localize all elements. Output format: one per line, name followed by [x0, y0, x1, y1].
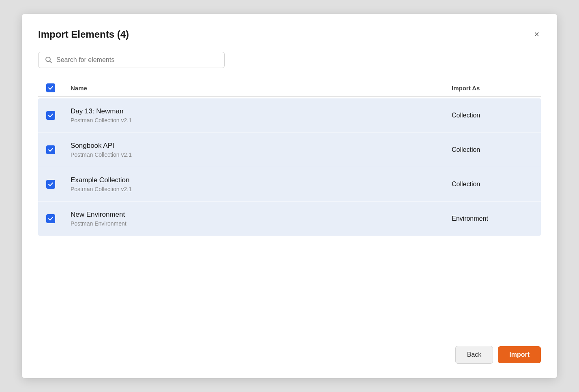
table-row: Example Collection Postman Collection v2…	[38, 167, 541, 202]
elements-table: Name Import As Day 13: Newman Postman Co…	[38, 79, 541, 322]
row-import-as-3: Collection	[452, 181, 533, 188]
import-button[interactable]: Import	[498, 346, 541, 363]
table-row: Songbook API Postman Collection v2.1 Col…	[38, 133, 541, 167]
row-secondary-name-2: Postman Collection v2.1	[71, 151, 452, 158]
dialog-header: Import Elements (4) ×	[38, 28, 541, 40]
row-primary-name-1: Day 13: Newman	[71, 107, 452, 115]
close-button[interactable]: ×	[532, 28, 541, 40]
row-secondary-name-4: Postman Environment	[71, 220, 452, 227]
select-all-checkbox[interactable]	[46, 83, 55, 92]
row-checkbox-4[interactable]	[46, 214, 55, 223]
row-name-col-1: Day 13: Newman Postman Collection v2.1	[71, 107, 452, 124]
row-import-as-2: Collection	[452, 146, 533, 153]
row-checkbox-2[interactable]	[46, 145, 55, 154]
row-secondary-name-1: Postman Collection v2.1	[71, 117, 452, 124]
row-name-col-2: Songbook API Postman Collection v2.1	[71, 142, 452, 158]
row-name-col-4: New Environment Postman Environment	[71, 211, 452, 227]
header-select-all-col	[46, 83, 71, 92]
table-row: New Environment Postman Environment Envi…	[38, 202, 541, 236]
search-input-wrapper	[38, 52, 225, 68]
row-checkbox-col-3	[46, 180, 71, 189]
table-body: Day 13: Newman Postman Collection v2.1 C…	[38, 98, 541, 236]
row-secondary-name-3: Postman Collection v2.1	[71, 186, 452, 192]
row-checkbox-col-1	[46, 111, 71, 120]
dialog-footer: Back Import	[38, 338, 541, 364]
row-primary-name-2: Songbook API	[71, 142, 452, 150]
row-import-as-1: Collection	[452, 112, 533, 119]
row-checkbox-3[interactable]	[46, 180, 55, 189]
import-elements-dialog: Import Elements (4) ×	[22, 14, 557, 378]
back-button[interactable]: Back	[455, 346, 493, 364]
row-checkbox-1[interactable]	[46, 111, 55, 120]
search-input[interactable]	[56, 56, 218, 64]
row-import-as-4: Environment	[452, 215, 533, 222]
table-row: Day 13: Newman Postman Collection v2.1 C…	[38, 98, 541, 133]
row-name-col-3: Example Collection Postman Collection v2…	[71, 176, 452, 192]
row-primary-name-3: Example Collection	[71, 176, 452, 184]
header-import-as: Import As	[452, 85, 533, 92]
dialog-title: Import Elements (4)	[38, 29, 129, 40]
row-checkbox-col-4	[46, 214, 71, 223]
search-icon	[45, 56, 52, 64]
svg-line-1	[50, 61, 52, 63]
header-name: Name	[71, 85, 452, 92]
row-primary-name-4: New Environment	[71, 211, 452, 219]
row-checkbox-col-2	[46, 145, 71, 154]
table-header: Name Import As	[38, 79, 541, 97]
search-container	[38, 52, 541, 68]
